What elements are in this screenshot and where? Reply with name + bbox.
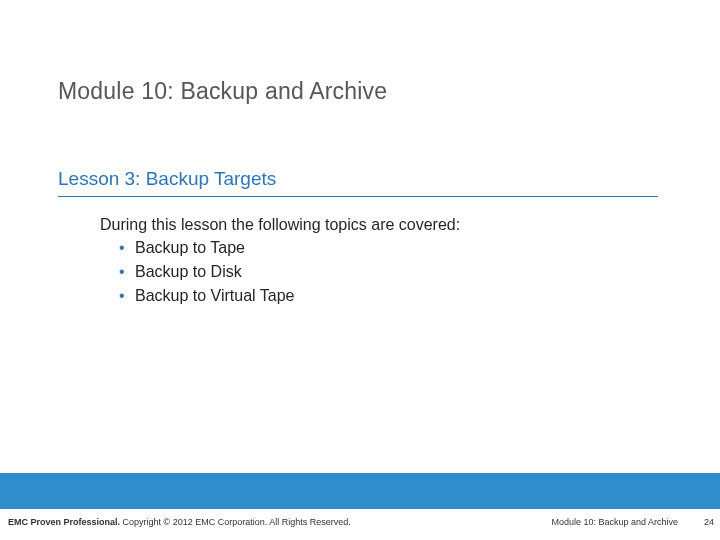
footer-brand: EMC Proven Professional. bbox=[8, 517, 120, 527]
footer-page-number: 24 bbox=[704, 517, 714, 527]
lesson-title: Lesson 3: Backup Targets bbox=[58, 168, 276, 190]
footer-copyright-text: Copyright © 2012 EMC Corporation. All Ri… bbox=[120, 517, 351, 527]
module-title: Module 10: Backup and Archive bbox=[58, 78, 387, 105]
list-item: Backup to Disk bbox=[115, 260, 295, 284]
list-item: Backup to Virtual Tape bbox=[115, 284, 295, 308]
list-item: Backup to Tape bbox=[115, 236, 295, 260]
footer-copyright: EMC Proven Professional. Copyright © 201… bbox=[8, 517, 351, 527]
accent-bar bbox=[0, 473, 720, 509]
footer-module-label: Module 10: Backup and Archive bbox=[551, 517, 678, 527]
lesson-title-underline bbox=[58, 196, 658, 197]
lesson-intro-text: During this lesson the following topics … bbox=[100, 216, 460, 234]
footer: EMC Proven Professional. Copyright © 201… bbox=[0, 509, 720, 540]
slide: Module 10: Backup and Archive Lesson 3: … bbox=[0, 0, 720, 540]
topic-list: Backup to Tape Backup to Disk Backup to … bbox=[115, 236, 295, 308]
